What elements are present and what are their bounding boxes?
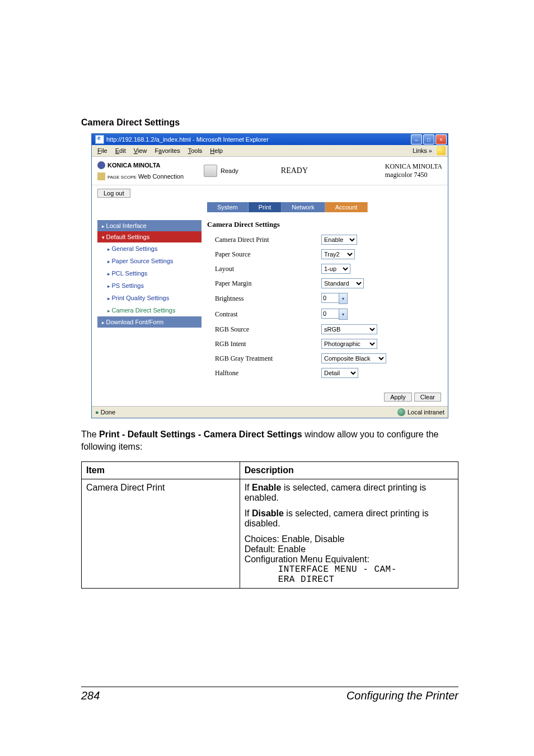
footer-rule — [81, 687, 458, 687]
menu-help[interactable]: Help — [207, 146, 226, 155]
sidebar-default-settings[interactable]: Default Settings — [97, 231, 202, 242]
menu-tools[interactable]: Tools — [185, 146, 206, 155]
label-paper-source: Paper Source — [215, 250, 321, 259]
sidebar: Local Interface Default Settings General… — [97, 220, 202, 380]
sidebar-item-camera-direct[interactable]: Camera Direct Settings — [97, 304, 202, 316]
brand-mark-icon — [97, 161, 105, 169]
td-description: If Enable is selected, camera direct pri… — [240, 479, 458, 589]
tab-print[interactable]: Print — [249, 202, 282, 212]
select-rgb-intent[interactable]: Photographic — [321, 339, 377, 349]
sidebar-download-font[interactable]: Download Font/Form — [97, 316, 202, 328]
ie-throbber-icon — [437, 146, 446, 155]
chapter-title: Configuring the Printer — [346, 689, 458, 702]
tab-system[interactable]: System — [207, 202, 249, 212]
settings-table: Item Description Camera Direct Print If … — [81, 461, 458, 589]
input-contrast[interactable] — [321, 309, 339, 319]
tab-network[interactable]: Network — [282, 202, 325, 212]
section-heading: Camera Direct Settings — [81, 118, 458, 128]
zone-icon — [397, 408, 405, 416]
label-rgb-intent: RGB Intent — [215, 340, 321, 348]
ready-small: Ready — [221, 167, 238, 174]
panel-title: Camera Direct Settings — [207, 220, 442, 229]
spinner-contrast[interactable]: ▾ — [339, 309, 348, 320]
label-camera-direct-print: Camera Direct Print — [215, 236, 321, 244]
ready-status: READY — [281, 166, 308, 175]
sidebar-item-ps[interactable]: PS Settings — [97, 279, 202, 292]
sidebar-item-pcl[interactable]: PCL Settings — [97, 267, 202, 279]
window-minimize-button[interactable]: – — [411, 134, 422, 144]
select-rgb-gray[interactable]: Composite Black — [321, 353, 386, 363]
device-info: KONICA MINOLTA magicolor 7450 — [385, 162, 442, 179]
th-item: Item — [82, 462, 240, 479]
ie-icon — [95, 135, 104, 144]
input-brightness[interactable] — [321, 293, 339, 303]
window-title: http://192.168.1.2/a_index.html - Micros… — [106, 136, 269, 143]
menu-file[interactable]: File — [94, 146, 111, 155]
td-item: Camera Direct Print — [82, 479, 240, 589]
spinner-brightness[interactable]: ▾ — [339, 293, 348, 304]
browser-window: http://192.168.1.2/a_index.html - Micros… — [91, 133, 448, 418]
sidebar-item-paper-source[interactable]: Paper Source Settings — [97, 255, 202, 267]
select-rgb-source[interactable]: sRGB — [321, 324, 377, 334]
links-toolbar[interactable]: Links » — [410, 147, 434, 155]
label-rgb-gray: RGB Gray Treatment — [215, 354, 321, 363]
window-titlebar: http://192.168.1.2/a_index.html - Micros… — [92, 134, 448, 145]
select-paper-source[interactable]: Tray2 — [321, 249, 355, 259]
sidebar-item-print-quality[interactable]: Print Quality Settings — [97, 292, 202, 304]
label-layout: Layout — [215, 265, 321, 273]
pagescope-logo: PAGE SCOPE Web Connection — [97, 172, 204, 180]
browser-menubar: File Edit View Favorites Tools Help Link… — [92, 145, 448, 157]
sidebar-item-general[interactable]: General Settings — [97, 242, 202, 255]
page-number: 284 — [81, 689, 100, 702]
window-close-button[interactable]: × — [435, 134, 447, 144]
apply-button[interactable]: Apply — [384, 393, 412, 402]
brand-logo: KONICA MINOLTA — [97, 161, 204, 169]
th-description: Description — [240, 462, 458, 479]
label-brightness: Brightness — [215, 295, 321, 303]
label-rgb-source: RGB Source — [215, 325, 321, 334]
tab-account[interactable]: Account — [325, 202, 368, 212]
intro-paragraph: The Print - Default Settings - Camera Di… — [81, 428, 458, 452]
select-halftone[interactable]: Detail — [321, 368, 358, 378]
status-zone: Local intranet — [407, 409, 444, 416]
label-halftone: Halftone — [215, 369, 321, 377]
logout-button[interactable]: Log out — [97, 189, 130, 198]
window-maximize-button[interactable]: □ — [423, 134, 434, 144]
clear-button[interactable]: Clear — [414, 393, 441, 402]
select-camera-direct-print[interactable]: Enable — [321, 235, 357, 245]
menu-edit[interactable]: Edit — [112, 146, 129, 155]
label-contrast: Contrast — [215, 310, 321, 319]
sidebar-local-interface[interactable]: Local Interface — [97, 220, 202, 231]
printer-icon — [204, 165, 217, 177]
pagescope-icon — [97, 172, 105, 180]
select-paper-margin[interactable]: Standard — [321, 278, 364, 288]
select-layout[interactable]: 1-up — [321, 264, 350, 274]
label-paper-margin: Paper Margin — [215, 279, 321, 288]
menu-favorites[interactable]: Favorites — [151, 146, 183, 155]
menu-view[interactable]: View — [130, 146, 151, 155]
status-done: Done — [101, 409, 115, 416]
